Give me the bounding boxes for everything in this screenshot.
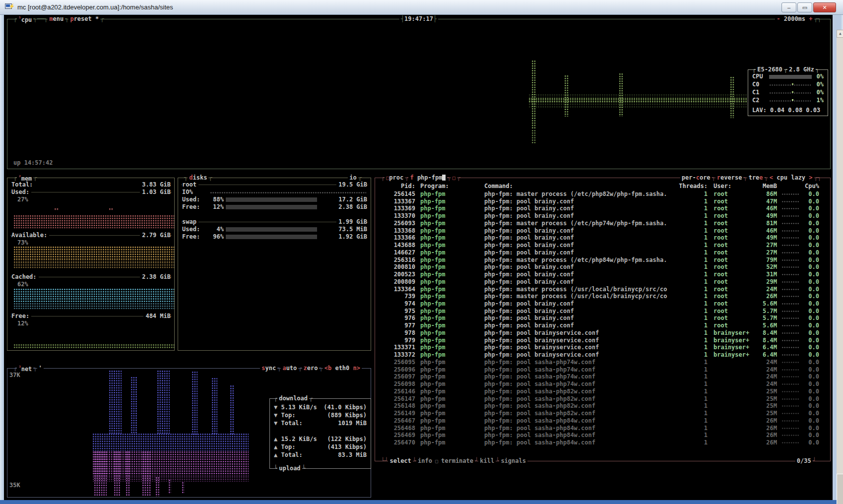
- mem-panel: ┌ ²mem ┌ Total:3.83 GiB Used:1.03 GiB 27…: [7, 178, 175, 351]
- proc-row[interactable]: 256467php-fpmphp-fpm: pool sasha-php84w.…: [384, 417, 822, 425]
- proc-row[interactable]: 146627php-fpmphp-fpm: pool brainy.conf1r…: [384, 249, 822, 256]
- proc-row[interactable]: 256468php-fpmphp-fpm: pool sasha-php84w.…: [384, 425, 822, 432]
- sort-column-selector[interactable]: < cpu lazy >: [768, 174, 814, 182]
- interval-value: 2000ms: [784, 15, 805, 22]
- upload-box-title: └upload└: [274, 465, 306, 472]
- kill-button[interactable]: kill: [478, 457, 496, 465]
- proc-row[interactable]: 979php-fpmphp-fpm: pool brainyservice.co…: [384, 337, 822, 344]
- proc-row[interactable]: 256093php-fpmphp-fpm: master process (/e…: [384, 220, 822, 227]
- filter-clear-icon[interactable]: □: [451, 174, 457, 182]
- header-threads[interactable]: Threads:: [668, 183, 708, 190]
- core2-graph: [769, 100, 811, 102]
- proc-row[interactable]: 133366php-fpmphp-fpm: pool brainy.conf1r…: [384, 234, 822, 242]
- putty-window: ⚡ mc [root@a202.itdeveloper.com.ua]:/hom…: [0, 0, 843, 504]
- disk-root-used-row: Used: 88% 17.2 GiB: [181, 196, 368, 203]
- proc-row[interactable]: 975php-fpmphp-fpm: pool brainy.conf1root…: [384, 308, 822, 315]
- proc-panel: ┌ □proc ┌ f php-fpm ┐ □ ┌ per-core ┐ rev…: [375, 178, 831, 461]
- proc-row[interactable]: 133367php-fpmphp-fpm: pool brainy.conf1r…: [384, 198, 822, 205]
- proc-row[interactable]: 133364php-fpmphp-fpm: master process (/u…: [384, 286, 822, 293]
- header-mem[interactable]: MemB: [742, 183, 777, 190]
- terminate-button[interactable]: terminate: [440, 457, 475, 465]
- terminal-scrollbar[interactable]: ▲ ▼: [837, 30, 843, 504]
- net-panel-titlebar: ┌ ³net ┐ ': [13, 365, 44, 372]
- sort-prev-icon: <: [770, 174, 773, 181]
- interval-decrease-button[interactable]: -: [777, 15, 780, 22]
- proc-row[interactable]: 133372php-fpmphp-fpm: pool brainyservice…: [384, 351, 822, 359]
- disk-io-graph: [210, 191, 366, 194]
- preset-button[interactable]: preset *: [68, 15, 100, 23]
- disks-panel-title[interactable]: disks: [188, 174, 208, 182]
- net-panel: ┌ ³net ┐ ' sync ┐ auto ┌ zero ┐ <b eth0 …: [7, 368, 371, 498]
- disks-panel: ┐ disks ┌ io┌ root19.5 GiB IO% Used: 88%…: [178, 178, 371, 351]
- proc-row[interactable]: 133369php-fpmphp-fpm: pool brainy.conf1r…: [384, 205, 822, 212]
- net-zero-toggle[interactable]: zero: [302, 365, 320, 372]
- proc-row[interactable]: 143688php-fpmphp-fpm: pool brainy.conf1r…: [384, 242, 822, 249]
- cpu-panel-title[interactable]: ¹cpu: [17, 15, 33, 24]
- scroll-up-icon[interactable]: ▲: [837, 30, 843, 38]
- header-cpu[interactable]: Cpu%: [784, 183, 819, 190]
- proc-row[interactable]: 978php-fpmphp-fpm: pool brainyservice.co…: [384, 329, 822, 337]
- select-button[interactable]: select: [388, 457, 412, 465]
- proc-row[interactable]: 256149php-fpmphp-fpm: pool sasha-php82w.…: [384, 410, 822, 417]
- window-border-bottom: [0, 500, 843, 504]
- proc-row[interactable]: 256147php-fpmphp-fpm: pool sasha-php82w.…: [384, 395, 822, 403]
- signals-button[interactable]: signals: [499, 457, 527, 465]
- core0-graph: [769, 84, 811, 86]
- net-auto-toggle[interactable]: auto: [281, 365, 298, 372]
- header-command[interactable]: Command:: [484, 183, 663, 190]
- minimize-button[interactable]: –: [781, 2, 796, 12]
- up-arrow-icon: ▲: [274, 451, 277, 458]
- clock: ┤19:47:17├: [399, 15, 438, 23]
- net-info-box: ┌download┌ ▼ 5.13 KiB/s (41.0 Kibps) ▼ T…: [269, 398, 371, 469]
- proc-row[interactable]: 133368php-fpmphp-fpm: pool brainy.conf1r…: [384, 227, 822, 235]
- titlebar: ⚡ mc [root@a202.itdeveloper.com.ua]:/hom…: [0, 0, 843, 15]
- proc-row[interactable]: 739php-fpmphp-fpm: master process (/usr/…: [384, 293, 822, 300]
- proc-row[interactable]: 133371php-fpmphp-fpm: pool brainyservice…: [384, 344, 822, 351]
- disks-io-toggle[interactable]: io┌: [348, 174, 362, 182]
- proc-row[interactable]: 256316php-fpmphp-fpm: master process (/e…: [384, 256, 822, 264]
- proc-row[interactable]: 256097php-fpmphp-fpm: pool sasha-php74w.…: [384, 373, 822, 380]
- proc-row[interactable]: 200809php-fpmphp-fpm: pool brainy.conf1r…: [384, 278, 822, 286]
- proc-row[interactable]: 256469php-fpmphp-fpm: pool sasha-php84w.…: [384, 432, 822, 439]
- proc-row[interactable]: 200523php-fpmphp-fpm: pool brainy.conf1r…: [384, 271, 822, 278]
- proc-row[interactable]: 256148php-fpmphp-fpm: pool sasha-php82w.…: [384, 402, 822, 410]
- proc-panel-titlebar: ┌ □proc ┌ f php-fpm ┐ □ ┌: [381, 174, 460, 182]
- proc-row[interactable]: 974php-fpmphp-fpm: pool brainy.conf1root…: [384, 300, 822, 308]
- core1-graph: [769, 92, 811, 94]
- net-interface: eth0: [335, 365, 349, 372]
- proc-row[interactable]: 256146php-fpmphp-fpm: pool sasha-php82w.…: [384, 388, 822, 395]
- scrollbar-thumb[interactable]: [837, 474, 843, 504]
- proc-row[interactable]: 976php-fpmphp-fpm: pool brainy.conf1root…: [384, 315, 822, 322]
- tree-toggle[interactable]: tree: [747, 174, 765, 182]
- proc-row[interactable]: 256095php-fpmphp-fpm: pool sasha-php74w.…: [384, 359, 822, 366]
- proc-row[interactable]: 256470php-fpmphp-fpm: pool sasha-php84w.…: [384, 439, 822, 446]
- load-average: LAV: 0.04 0.08 0.03: [752, 107, 820, 114]
- mem-free-percent: 12%: [17, 320, 28, 327]
- net-interface-switcher[interactable]: <b eth0 n>: [323, 365, 362, 372]
- menu-button[interactable]: menu: [48, 15, 65, 23]
- update-interval-control: - 2000ms + ┌┐: [775, 15, 821, 23]
- proc-panel-title[interactable]: proc: [389, 174, 403, 181]
- down-arrow-icon: ▼: [274, 420, 277, 427]
- proc-row[interactable]: 256096php-fpmphp-fpm: pool sasha-php74w.…: [384, 366, 822, 374]
- proc-row[interactable]: 200810php-fpmphp-fpm: pool brainy.conf1r…: [384, 263, 822, 271]
- proc-row[interactable]: 256098php-fpmphp-fpm: pool sasha-php74w.…: [384, 380, 822, 388]
- close-button[interactable]: ✕: [813, 2, 836, 12]
- net-sync-toggle[interactable]: sync: [260, 365, 277, 372]
- net-next-button: n>: [353, 365, 360, 372]
- info-button[interactable]: info: [416, 457, 434, 465]
- proc-row[interactable]: 133370php-fpmphp-fpm: pool brainy.conf1r…: [384, 212, 822, 220]
- upload-top-row: ▲ Top: (413 Kibps): [274, 443, 367, 451]
- reverse-toggle[interactable]: reverse: [715, 174, 744, 182]
- process-filter-input[interactable]: f php-fpm: [408, 174, 447, 182]
- window-title: mc [root@a202.itdeveloper.com.ua]:/home/…: [17, 3, 173, 11]
- maximize-button[interactable]: ▭: [797, 2, 812, 12]
- header-program[interactable]: Program:: [420, 183, 480, 190]
- percore-toggle[interactable]: per-core: [680, 174, 712, 182]
- proc-row[interactable]: 256145php-fpmphp-fpm: master process (/e…: [384, 190, 822, 198]
- header-pid[interactable]: Pid:: [384, 183, 415, 190]
- proc-row[interactable]: 977php-fpmphp-fpm: pool brainy.conf1root…: [384, 322, 822, 329]
- cpu-total-row: CPU 0%: [751, 73, 825, 81]
- interval-increase-button[interactable]: +: [809, 15, 812, 22]
- mem-used-row: Used:1.03 GiB: [10, 189, 172, 196]
